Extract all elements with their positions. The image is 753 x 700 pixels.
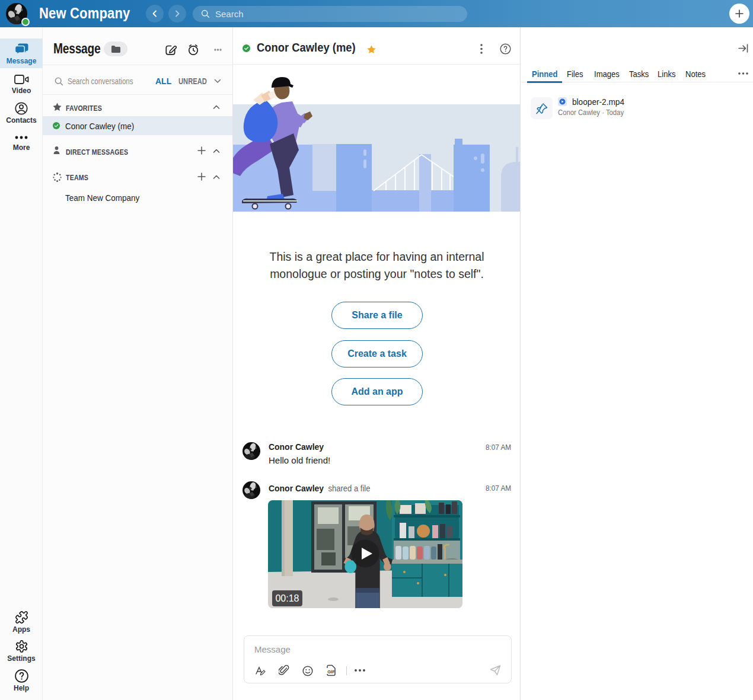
svg-text:00:18: 00:18 bbox=[275, 593, 299, 603]
svg-text:GIF: GIF bbox=[327, 669, 335, 675]
